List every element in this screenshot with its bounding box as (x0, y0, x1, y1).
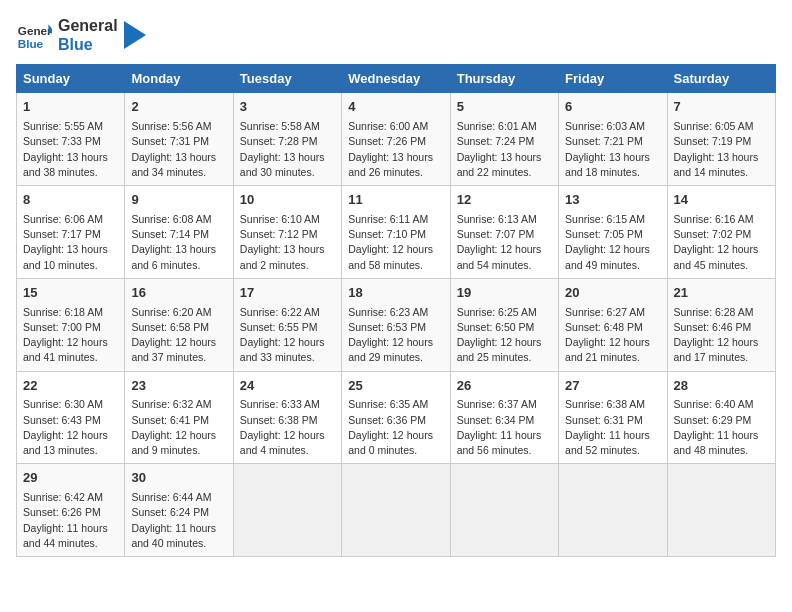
calendar-cell: 25Sunrise: 6:35 AM Sunset: 6:36 PM Dayli… (342, 371, 450, 464)
calendar-cell: 14Sunrise: 6:16 AM Sunset: 7:02 PM Dayli… (667, 186, 775, 279)
day-number: 20 (565, 284, 660, 303)
day-info: Sunrise: 6:42 AM Sunset: 6:26 PM Dayligh… (23, 490, 118, 551)
day-info: Sunrise: 6:20 AM Sunset: 6:58 PM Dayligh… (131, 305, 226, 366)
day-number: 13 (565, 191, 660, 210)
day-info: Sunrise: 6:37 AM Sunset: 6:34 PM Dayligh… (457, 397, 552, 458)
column-header-wednesday: Wednesday (342, 65, 450, 93)
calendar-cell: 23Sunrise: 6:32 AM Sunset: 6:41 PM Dayli… (125, 371, 233, 464)
day-info: Sunrise: 6:11 AM Sunset: 7:10 PM Dayligh… (348, 212, 443, 273)
day-number: 28 (674, 377, 769, 396)
calendar-cell: 2Sunrise: 5:56 AM Sunset: 7:31 PM Daylig… (125, 93, 233, 186)
day-info: Sunrise: 6:25 AM Sunset: 6:50 PM Dayligh… (457, 305, 552, 366)
day-number: 26 (457, 377, 552, 396)
day-number: 21 (674, 284, 769, 303)
day-number: 10 (240, 191, 335, 210)
calendar-cell: 13Sunrise: 6:15 AM Sunset: 7:05 PM Dayli… (559, 186, 667, 279)
page-header: General Blue General Blue (16, 16, 776, 54)
calendar-cell: 16Sunrise: 6:20 AM Sunset: 6:58 PM Dayli… (125, 278, 233, 371)
svg-marker-3 (124, 21, 146, 49)
calendar-week-row: 1Sunrise: 5:55 AM Sunset: 7:33 PM Daylig… (17, 93, 776, 186)
calendar-week-row: 15Sunrise: 6:18 AM Sunset: 7:00 PM Dayli… (17, 278, 776, 371)
day-info: Sunrise: 6:15 AM Sunset: 7:05 PM Dayligh… (565, 212, 660, 273)
calendar-cell: 7Sunrise: 6:05 AM Sunset: 7:19 PM Daylig… (667, 93, 775, 186)
logo-icon: General Blue (16, 17, 52, 53)
calendar-cell: 27Sunrise: 6:38 AM Sunset: 6:31 PM Dayli… (559, 371, 667, 464)
day-info: Sunrise: 6:16 AM Sunset: 7:02 PM Dayligh… (674, 212, 769, 273)
calendar-cell: 30Sunrise: 6:44 AM Sunset: 6:24 PM Dayli… (125, 464, 233, 557)
column-header-monday: Monday (125, 65, 233, 93)
calendar-cell: 4Sunrise: 6:00 AM Sunset: 7:26 PM Daylig… (342, 93, 450, 186)
day-number: 7 (674, 98, 769, 117)
day-info: Sunrise: 6:01 AM Sunset: 7:24 PM Dayligh… (457, 119, 552, 180)
day-number: 6 (565, 98, 660, 117)
calendar-cell: 28Sunrise: 6:40 AM Sunset: 6:29 PM Dayli… (667, 371, 775, 464)
logo-general: General (58, 16, 118, 35)
logo-triangle-icon (124, 21, 146, 49)
day-info: Sunrise: 6:10 AM Sunset: 7:12 PM Dayligh… (240, 212, 335, 273)
day-info: Sunrise: 6:00 AM Sunset: 7:26 PM Dayligh… (348, 119, 443, 180)
calendar-cell: 21Sunrise: 6:28 AM Sunset: 6:46 PM Dayli… (667, 278, 775, 371)
calendar-cell: 29Sunrise: 6:42 AM Sunset: 6:26 PM Dayli… (17, 464, 125, 557)
day-number: 16 (131, 284, 226, 303)
day-number: 8 (23, 191, 118, 210)
calendar-header-row: SundayMondayTuesdayWednesdayThursdayFrid… (17, 65, 776, 93)
column-header-tuesday: Tuesday (233, 65, 341, 93)
day-number: 27 (565, 377, 660, 396)
day-number: 4 (348, 98, 443, 117)
calendar-cell: 17Sunrise: 6:22 AM Sunset: 6:55 PM Dayli… (233, 278, 341, 371)
day-info: Sunrise: 6:27 AM Sunset: 6:48 PM Dayligh… (565, 305, 660, 366)
day-number: 2 (131, 98, 226, 117)
svg-text:Blue: Blue (18, 37, 44, 50)
day-info: Sunrise: 6:30 AM Sunset: 6:43 PM Dayligh… (23, 397, 118, 458)
day-info: Sunrise: 6:18 AM Sunset: 7:00 PM Dayligh… (23, 305, 118, 366)
day-number: 25 (348, 377, 443, 396)
day-info: Sunrise: 6:40 AM Sunset: 6:29 PM Dayligh… (674, 397, 769, 458)
day-info: Sunrise: 6:13 AM Sunset: 7:07 PM Dayligh… (457, 212, 552, 273)
calendar-cell: 1Sunrise: 5:55 AM Sunset: 7:33 PM Daylig… (17, 93, 125, 186)
day-info: Sunrise: 6:38 AM Sunset: 6:31 PM Dayligh… (565, 397, 660, 458)
column-header-friday: Friday (559, 65, 667, 93)
calendar-cell: 6Sunrise: 6:03 AM Sunset: 7:21 PM Daylig… (559, 93, 667, 186)
calendar-cell (233, 464, 341, 557)
calendar-cell: 22Sunrise: 6:30 AM Sunset: 6:43 PM Dayli… (17, 371, 125, 464)
day-number: 18 (348, 284, 443, 303)
column-header-sunday: Sunday (17, 65, 125, 93)
day-info: Sunrise: 6:23 AM Sunset: 6:53 PM Dayligh… (348, 305, 443, 366)
calendar-cell: 11Sunrise: 6:11 AM Sunset: 7:10 PM Dayli… (342, 186, 450, 279)
day-number: 3 (240, 98, 335, 117)
day-info: Sunrise: 6:05 AM Sunset: 7:19 PM Dayligh… (674, 119, 769, 180)
day-number: 15 (23, 284, 118, 303)
calendar-cell: 20Sunrise: 6:27 AM Sunset: 6:48 PM Dayli… (559, 278, 667, 371)
day-number: 24 (240, 377, 335, 396)
calendar-cell: 10Sunrise: 6:10 AM Sunset: 7:12 PM Dayli… (233, 186, 341, 279)
calendar-cell: 9Sunrise: 6:08 AM Sunset: 7:14 PM Daylig… (125, 186, 233, 279)
calendar-week-row: 8Sunrise: 6:06 AM Sunset: 7:17 PM Daylig… (17, 186, 776, 279)
day-info: Sunrise: 6:35 AM Sunset: 6:36 PM Dayligh… (348, 397, 443, 458)
calendar-cell: 19Sunrise: 6:25 AM Sunset: 6:50 PM Dayli… (450, 278, 558, 371)
day-number: 30 (131, 469, 226, 488)
calendar-cell: 24Sunrise: 6:33 AM Sunset: 6:38 PM Dayli… (233, 371, 341, 464)
day-info: Sunrise: 6:08 AM Sunset: 7:14 PM Dayligh… (131, 212, 226, 273)
calendar-cell: 12Sunrise: 6:13 AM Sunset: 7:07 PM Dayli… (450, 186, 558, 279)
day-info: Sunrise: 5:56 AM Sunset: 7:31 PM Dayligh… (131, 119, 226, 180)
day-info: Sunrise: 6:33 AM Sunset: 6:38 PM Dayligh… (240, 397, 335, 458)
calendar-cell: 5Sunrise: 6:01 AM Sunset: 7:24 PM Daylig… (450, 93, 558, 186)
day-number: 5 (457, 98, 552, 117)
logo: General Blue General Blue (16, 16, 146, 54)
calendar-table: SundayMondayTuesdayWednesdayThursdayFrid… (16, 64, 776, 557)
calendar-cell (667, 464, 775, 557)
day-number: 29 (23, 469, 118, 488)
calendar-cell (450, 464, 558, 557)
calendar-cell: 26Sunrise: 6:37 AM Sunset: 6:34 PM Dayli… (450, 371, 558, 464)
day-number: 17 (240, 284, 335, 303)
calendar-cell: 8Sunrise: 6:06 AM Sunset: 7:17 PM Daylig… (17, 186, 125, 279)
day-number: 11 (348, 191, 443, 210)
day-info: Sunrise: 6:44 AM Sunset: 6:24 PM Dayligh… (131, 490, 226, 551)
column-header-thursday: Thursday (450, 65, 558, 93)
day-info: Sunrise: 6:22 AM Sunset: 6:55 PM Dayligh… (240, 305, 335, 366)
logo-blue: Blue (58, 35, 118, 54)
calendar-cell (559, 464, 667, 557)
calendar-cell (342, 464, 450, 557)
svg-text:General: General (18, 24, 52, 37)
calendar-cell: 15Sunrise: 6:18 AM Sunset: 7:00 PM Dayli… (17, 278, 125, 371)
